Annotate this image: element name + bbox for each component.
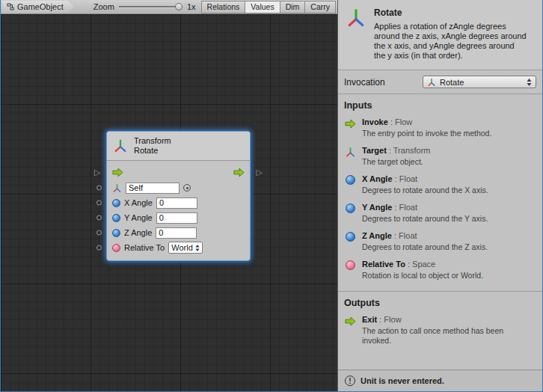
target-connection-icon[interactable] xyxy=(96,186,102,191)
relative-to-value: World xyxy=(171,243,193,252)
exit-port-icon[interactable] xyxy=(233,167,245,178)
y-angle-field[interactable] xyxy=(156,212,197,224)
flow-icon xyxy=(344,117,356,138)
inspector-spacer xyxy=(338,356,542,370)
port-type: Flow xyxy=(395,117,412,126)
inspector-panel: Rotate Applies a rotation of zAngle degr… xyxy=(337,0,542,391)
float-icon xyxy=(344,231,356,252)
relations-button[interactable]: Relations xyxy=(201,1,246,13)
invocation-dropdown[interactable]: Rotate xyxy=(423,76,536,88)
x-angle-label: X Angle xyxy=(124,198,153,207)
port-type: Float xyxy=(399,203,417,212)
node-title: Transform xyxy=(134,136,171,146)
flow-row: ▷ ▷ xyxy=(107,164,250,180)
inputs-section: Inputs Invoke : Flow The entry point to … xyxy=(338,94,542,291)
port-type: Space xyxy=(412,260,435,269)
port-description: Degrees to rotate around the Z axis. xyxy=(362,242,488,252)
relative-to-connection-icon[interactable] xyxy=(96,245,102,251)
zoom-slider-track xyxy=(119,6,182,8)
zoom-value: 1x xyxy=(187,2,196,11)
float-icon xyxy=(344,203,356,224)
node-body: ▷ ▷ xyxy=(107,161,250,260)
object-picker-icon[interactable] xyxy=(183,184,191,192)
warning-icon: ! xyxy=(345,376,355,386)
outputs-header: Outputs xyxy=(344,298,536,308)
transform-icon xyxy=(427,78,436,87)
values-button[interactable]: Values xyxy=(245,1,280,13)
warning-text: Unit is never entered. xyxy=(361,376,444,385)
inspector-title: Rotate xyxy=(374,7,527,18)
flow-icon xyxy=(344,315,356,346)
port-type: Flow xyxy=(384,315,401,324)
relative-to-label: Relative To xyxy=(124,243,165,252)
breadcrumb-gameobject[interactable]: GameObject xyxy=(2,1,74,13)
port-item-target: Target : Transform The target object. xyxy=(344,146,536,167)
float-port-icon[interactable] xyxy=(112,214,120,222)
inspector-header-text: Rotate Applies a rotation of zAngle degr… xyxy=(374,7,527,61)
carry-button[interactable]: Carry xyxy=(304,1,336,13)
y-angle-row: Y Angle xyxy=(107,210,250,225)
port-name: Z Angle xyxy=(362,231,392,240)
port-item-relative-to: Relative To : Space Rotation is local to… xyxy=(344,260,536,281)
relative-to-dropdown[interactable]: World xyxy=(168,242,203,254)
dim-button[interactable]: Dim xyxy=(280,1,306,13)
warning-bar: ! Unit is never entered. xyxy=(338,370,542,391)
flow-connection-left-icon[interactable]: ▷ xyxy=(94,168,100,177)
transform-icon xyxy=(346,7,366,28)
transform-icon xyxy=(113,138,128,153)
x-angle-connection-icon[interactable] xyxy=(96,200,102,206)
node-titles: Transform Rotate xyxy=(134,136,171,156)
space-port-icon[interactable] xyxy=(112,244,120,252)
z-angle-label: Z Angle xyxy=(124,228,152,237)
port-description: Rotation is local to object or World. xyxy=(362,271,483,281)
port-description: Degrees to rotate around the Y axis. xyxy=(362,214,488,224)
zoom-slider[interactable] xyxy=(119,1,182,12)
node-subtitle: Rotate xyxy=(134,146,171,156)
dropdown-arrows-icon xyxy=(195,245,200,251)
invocation-label: Invocation xyxy=(344,77,385,88)
bolt-graph-window: GameObject Zoom 1x Relations Values Dim … xyxy=(0,0,543,392)
float-port-icon[interactable] xyxy=(112,199,120,207)
invocation-row: Invocation Rotate xyxy=(338,70,542,94)
port-description: Degrees to rotate around the X axis. xyxy=(362,186,488,195)
port-item-z-angle: Z Angle : Float Degrees to rotate around… xyxy=(344,231,536,252)
y-angle-connection-icon[interactable] xyxy=(96,215,102,221)
toolbar-toggles: Relations Values Dim Carry xyxy=(202,1,336,13)
port-name: Relative To xyxy=(362,260,405,269)
breadcrumb-label: GameObject xyxy=(17,2,64,11)
port-item-y-angle: Y Angle : Float Degrees to rotate around… xyxy=(344,203,536,224)
inspector-header: Rotate Applies a rotation of zAngle degr… xyxy=(338,0,542,70)
relative-to-row: Relative To World xyxy=(107,240,250,255)
flow-connection-right-icon[interactable]: ▷ xyxy=(257,168,263,177)
port-name: X Angle xyxy=(362,174,393,183)
transform-icon xyxy=(344,146,356,167)
port-type: Float xyxy=(399,231,417,240)
float-icon xyxy=(344,174,356,195)
port-description: The action to call once method has been … xyxy=(362,326,512,346)
z-angle-field[interactable] xyxy=(156,227,197,239)
node-header[interactable]: Transform Rotate xyxy=(107,132,250,161)
z-angle-row: Z Angle xyxy=(107,225,250,240)
invoke-port-icon[interactable] xyxy=(112,167,123,178)
float-port-icon[interactable] xyxy=(112,229,120,237)
port-description: The entry point to invoke the method. xyxy=(362,129,491,138)
node-transform-rotate[interactable]: Transform Rotate ▷ ▷ xyxy=(106,131,251,261)
x-angle-field[interactable] xyxy=(156,197,197,209)
outputs-section: Outputs Exit : Flow The action to call o… xyxy=(338,291,542,356)
graph-canvas[interactable]: Transform Rotate ▷ ▷ xyxy=(1,14,337,391)
x-angle-row: X Angle xyxy=(107,195,250,210)
graph-pane: GameObject Zoom 1x Relations Values Dim … xyxy=(1,0,337,391)
port-name: Invoke xyxy=(362,117,388,126)
port-item-x-angle: X Angle : Float Degrees to rotate around… xyxy=(344,174,536,195)
inputs-header: Inputs xyxy=(344,100,536,111)
self-field[interactable] xyxy=(126,183,180,194)
z-angle-connection-icon[interactable] xyxy=(96,230,102,236)
self-row xyxy=(107,180,250,195)
port-type: Float xyxy=(399,174,417,183)
dropdown-arrows-icon xyxy=(527,79,532,86)
port-name: Exit xyxy=(362,315,377,324)
zoom-slider-thumb[interactable] xyxy=(175,3,182,10)
port-name: Y Angle xyxy=(362,203,392,212)
port-name: Target xyxy=(362,146,387,155)
zoom-label: Zoom xyxy=(93,2,114,11)
